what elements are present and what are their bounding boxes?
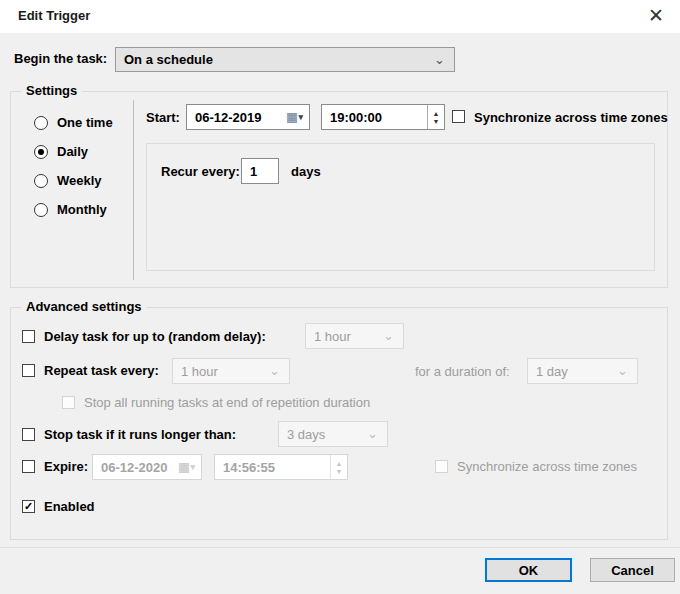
repeat-interval-select: 1 hour ⌄ bbox=[172, 358, 290, 384]
stop-all-tasks-checkbox: ✓ bbox=[62, 396, 75, 409]
chevron-down-icon: ⌄ bbox=[617, 367, 637, 375]
ok-button[interactable]: OK bbox=[485, 558, 572, 582]
daily-options-panel: Recur every: 1 days bbox=[146, 143, 655, 271]
chevron-down-icon: ⌄ bbox=[269, 367, 289, 375]
spin-up-icon: ▲ bbox=[336, 461, 343, 466]
sync-timezones-label: Synchronize across time zones bbox=[474, 110, 668, 126]
time-spinner: ▲ ▼ bbox=[330, 455, 347, 479]
expire-date-picker: 06-12-2020 ▦ ▾ bbox=[92, 454, 202, 480]
settings-group-label: Settings bbox=[21, 83, 82, 99]
dropdown-arrow-icon: ▾ bbox=[298, 113, 303, 122]
repeat-task-label: Repeat task every: bbox=[44, 363, 159, 379]
chevron-down-icon: ⌄ bbox=[383, 332, 403, 340]
expire-sync-checkbox: ✓ bbox=[435, 460, 448, 473]
repeat-duration-value: 1 day bbox=[528, 364, 617, 379]
recur-every-input[interactable]: 1 bbox=[241, 158, 279, 184]
begin-task-label: Begin the task: bbox=[14, 51, 107, 67]
cancel-button[interactable]: Cancel bbox=[590, 558, 675, 582]
close-icon[interactable]: ✕ bbox=[644, 4, 668, 28]
expire-date-value: 06-12-2020 bbox=[93, 460, 178, 475]
radio-monthly-label: Monthly bbox=[57, 202, 107, 218]
expire-label: Expire: bbox=[44, 459, 88, 475]
repeat-duration-select: 1 day ⌄ bbox=[527, 358, 638, 384]
radio-daily-label: Daily bbox=[57, 144, 88, 160]
dropdown-arrow-icon: ▾ bbox=[190, 463, 195, 472]
start-time-input[interactable]: 19:00:00 ▲ ▼ bbox=[321, 104, 445, 130]
radio-weekly[interactable] bbox=[34, 174, 48, 188]
recur-every-label: Recur every: bbox=[161, 164, 240, 180]
footer-divider bbox=[0, 547, 680, 548]
calendar-icon: ▦ bbox=[286, 111, 297, 123]
radio-monthly[interactable] bbox=[34, 203, 48, 217]
radio-weekly-label: Weekly bbox=[57, 173, 102, 189]
expire-sync-label: Synchronize across time zones bbox=[457, 459, 637, 475]
expire-time-input: 14:56:55 ▲ ▼ bbox=[214, 454, 348, 480]
settings-separator bbox=[133, 100, 134, 280]
start-time-value: 19:00:00 bbox=[322, 110, 427, 125]
recur-unit-label: days bbox=[291, 164, 321, 180]
start-label: Start: bbox=[146, 110, 180, 126]
sync-timezones-checkbox[interactable]: ✓ bbox=[452, 110, 465, 123]
stop-task-label: Stop task if it runs longer than: bbox=[44, 427, 236, 443]
start-date-value: 06-12-2019 bbox=[187, 110, 286, 125]
delay-task-checkbox[interactable]: ✓ bbox=[22, 330, 35, 343]
chevron-down-icon: ⌄ bbox=[367, 430, 387, 438]
delay-task-label: Delay task for up to (random delay): bbox=[44, 329, 266, 345]
delay-duration-select: 1 hour ⌄ bbox=[305, 323, 404, 349]
stop-all-tasks-label: Stop all running tasks at end of repetit… bbox=[84, 395, 370, 411]
radio-dot bbox=[38, 149, 44, 155]
expire-time-value: 14:56:55 bbox=[215, 460, 330, 475]
radio-one-time[interactable] bbox=[34, 116, 48, 130]
spin-down-icon[interactable]: ▼ bbox=[433, 119, 440, 124]
enabled-checkbox[interactable]: ✓ bbox=[22, 500, 35, 513]
dialog-title: Edit Trigger bbox=[18, 8, 90, 23]
stop-task-checkbox[interactable]: ✓ bbox=[22, 428, 35, 441]
advanced-settings-label: Advanced settings bbox=[21, 299, 147, 315]
repeat-duration-label: for a duration of: bbox=[415, 364, 510, 380]
calendar-icon: ▦ bbox=[178, 461, 189, 473]
titlebar: Edit Trigger ✕ bbox=[0, 0, 680, 33]
repeat-task-checkbox[interactable]: ✓ bbox=[22, 364, 35, 377]
repeat-interval-value: 1 hour bbox=[173, 364, 269, 379]
chevron-down-icon: ⌄ bbox=[434, 56, 454, 64]
stop-task-duration-value: 3 days bbox=[279, 427, 367, 442]
recur-every-value: 1 bbox=[242, 164, 278, 179]
edit-trigger-dialog: Edit Trigger ✕ Begin the task: On a sche… bbox=[0, 0, 680, 594]
time-spinner[interactable]: ▲ ▼ bbox=[427, 105, 444, 129]
radio-one-time-label: One time bbox=[57, 115, 113, 131]
start-date-picker[interactable]: 06-12-2019 ▦ ▾ bbox=[186, 104, 310, 130]
expire-checkbox[interactable]: ✓ bbox=[22, 460, 35, 473]
stop-task-duration-select: 3 days ⌄ bbox=[278, 421, 388, 447]
begin-task-select[interactable]: On a schedule ⌄ bbox=[115, 47, 455, 72]
radio-daily[interactable] bbox=[34, 145, 48, 159]
begin-task-value: On a schedule bbox=[116, 52, 434, 67]
delay-duration-value: 1 hour bbox=[306, 329, 383, 344]
enabled-label: Enabled bbox=[44, 499, 95, 515]
spin-down-icon: ▼ bbox=[336, 469, 343, 474]
check-icon: ✓ bbox=[24, 500, 33, 512]
spin-up-icon[interactable]: ▲ bbox=[433, 111, 440, 116]
